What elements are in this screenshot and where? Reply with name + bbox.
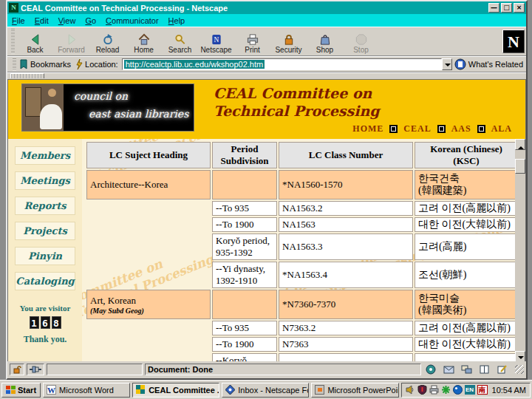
component-addressbook-icon[interactable]	[479, 364, 490, 375]
forward-arrow-icon	[65, 33, 78, 46]
security-indicator[interactable]	[10, 364, 24, 375]
search-button[interactable]: Search	[162, 28, 198, 55]
menu-help[interactable]: Help	[168, 16, 185, 25]
open-padlock-icon	[13, 365, 21, 374]
word-icon: W	[47, 385, 56, 395]
print-button[interactable]: Print	[234, 28, 270, 55]
task-inbox-netscape[interactable]: Inbox - Netscape Fol...	[222, 383, 309, 398]
task-microsoft-powerpoint[interactable]: Microsoft PowerPoint...	[311, 383, 398, 398]
class-number: NA1563	[279, 217, 413, 232]
messenger-icon[interactable]	[453, 385, 463, 395]
korean-term: 고려 이전(高麗以前)	[415, 201, 515, 216]
maximize-button[interactable]: □	[501, 3, 512, 13]
document-status: Document: Done	[145, 364, 421, 375]
nav-link-ceal[interactable]: CEAL	[403, 123, 431, 134]
tray-clock: 10:54 AM	[492, 386, 526, 395]
menu-view[interactable]: View	[58, 16, 76, 25]
component-discussions-icon[interactable]	[461, 364, 472, 375]
back-arrow-icon	[29, 33, 42, 46]
menu-bar: File Edit View Go Communicator Help	[7, 14, 526, 27]
home-button[interactable]: Home	[126, 28, 162, 55]
netscape-icon: N	[210, 33, 223, 46]
shop-button[interactable]: Shop	[307, 28, 343, 55]
location-icon	[75, 59, 83, 69]
netscape-button[interactable]: N Netscape	[198, 28, 234, 55]
bookmarks-icon	[18, 59, 29, 69]
component-navigator-icon[interactable]	[426, 364, 437, 375]
back-button[interactable]: Back	[17, 28, 53, 55]
locbar-grippy[interactable]	[13, 58, 16, 70]
class-number: *N7363.3	[279, 353, 413, 361]
component-inbox-icon[interactable]	[443, 364, 454, 375]
status-bar: Document: Done	[7, 361, 526, 378]
volume-icon[interactable]	[406, 385, 415, 395]
location-label: Location:	[85, 60, 118, 69]
language-indicator[interactable]: EN	[465, 385, 475, 395]
netscape-page-icon	[136, 385, 146, 395]
ime-indicator-icon[interactable]: 南	[477, 385, 488, 395]
menu-edit[interactable]: Edit	[35, 16, 49, 25]
stop-button[interactable]: Stop	[343, 28, 379, 55]
task-ceal-committee[interactable]: CEAL Committee ...	[132, 383, 219, 398]
sidebar-item-cataloging[interactable]: Cataloging	[15, 272, 75, 290]
vertical-scrollbar[interactable]	[515, 139, 525, 361]
sidebar-item-members[interactable]: Members	[15, 146, 75, 165]
url-input[interactable]: http://cealctp.lib.uc.edu/wkshop02.htm	[122, 58, 442, 70]
nav-link-aas[interactable]: AAS	[451, 123, 471, 134]
close-button[interactable]: ×	[514, 3, 525, 13]
sidebar-item-projects[interactable]: Projects	[15, 222, 75, 240]
print-icon	[246, 33, 259, 46]
class-number: NA1563.2	[279, 201, 413, 216]
netscape-logo[interactable]: N	[502, 30, 525, 53]
scroll-down-button[interactable]	[515, 351, 525, 361]
toolbar-grippy[interactable]	[11, 29, 15, 54]
subject-heading: Architecture--Korea	[86, 170, 211, 200]
antivirus-shield-icon[interactable]	[417, 385, 427, 395]
personal-toolbar-tab[interactable]	[10, 73, 44, 78]
table-frame: Committee onTechnical Processing Committ…	[82, 139, 515, 361]
task-microsoft-word[interactable]: W Microsoft Word	[43, 383, 130, 398]
netscape-window-icon: N	[9, 3, 18, 13]
menu-communicator[interactable]: Communicator	[106, 16, 159, 25]
spanning-empty-cell	[86, 201, 211, 288]
class-number: *NA1560-1570	[279, 170, 413, 200]
titlebar: N CEAL Committee on Technical Processing…	[7, 1, 526, 14]
minimize-button[interactable]: —	[488, 3, 499, 13]
scrollbar-thumb[interactable]	[515, 159, 525, 174]
empty-cell	[212, 290, 277, 319]
url-text: http://cealctp.lib.uc.edu/wkshop02.htm	[124, 60, 265, 69]
sidebar-item-meetings[interactable]: Meetings	[15, 171, 75, 190]
menu-file[interactable]: File	[12, 16, 25, 25]
sidebar-item-reports[interactable]: Reports	[15, 197, 75, 215]
subdivision: Koryŏ period, 935-1392	[212, 233, 277, 260]
bookmarks-label[interactable]: Bookmarks	[30, 60, 71, 69]
ceal-banner-image: council on east asian libraries	[21, 83, 194, 132]
reload-button[interactable]: Reload	[89, 28, 126, 55]
col-header-class-number: LC Class Number	[279, 142, 413, 168]
visitor-label: You are visitor	[8, 304, 82, 313]
windows-logo-icon	[6, 386, 16, 395]
start-button[interactable]: Start	[1, 383, 41, 398]
nav-link-ala[interactable]: ALA	[491, 123, 512, 134]
personal-toolbar-strip	[7, 72, 526, 79]
component-composer-icon[interactable]	[497, 364, 508, 375]
korean-term: 한국미술 (韓國美術)	[415, 290, 515, 319]
group-row-art: Art, Korean (May Subd Geog) *N7360-7370 …	[86, 290, 515, 319]
url-dropdown-button[interactable]	[442, 58, 452, 70]
whats-related-label[interactable]: What's Related	[468, 60, 523, 69]
scheduler-icon[interactable]	[441, 385, 451, 395]
scroll-up-button[interactable]	[515, 139, 525, 150]
nav-link-home[interactable]: HOME	[352, 123, 383, 134]
sidebar-item-pinyin[interactable]: Pinyin	[15, 247, 75, 265]
page-content: council on east asian libraries CEAL Com…	[7, 79, 526, 361]
resize-grip[interactable]	[515, 365, 524, 374]
korean-term: 고려 이전(高麗以前)	[415, 321, 515, 335]
col-header-korean: Korean (Chinese) (KSC)	[415, 142, 515, 168]
menu-go[interactable]: Go	[85, 16, 96, 25]
security-button[interactable]: Security	[270, 28, 307, 55]
subdivision: --To 1900	[212, 337, 277, 352]
search-icon	[174, 33, 187, 46]
printer-tray-icon[interactable]	[429, 385, 439, 395]
online-indicator[interactable]	[27, 364, 44, 375]
forward-button[interactable]: Forward	[53, 28, 89, 55]
